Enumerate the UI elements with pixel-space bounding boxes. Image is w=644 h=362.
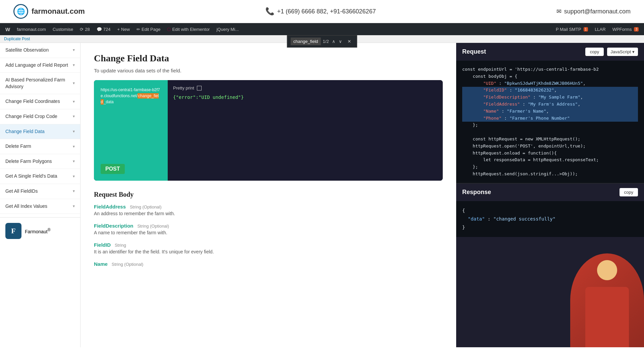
llar-item[interactable]: LLAR xyxy=(592,23,608,35)
updates-item[interactable]: ⟳ 28 xyxy=(77,23,92,35)
llar-label: LLAR xyxy=(595,27,606,32)
search-term: change_field xyxy=(291,38,321,45)
param-type-fielddescription: String (Optional) xyxy=(137,224,169,229)
search-counter: 1/2 xyxy=(323,39,329,44)
chevron-icon-get-all-fieldids: ▾ xyxy=(73,188,75,194)
pretty-print-checkbox[interactable] xyxy=(197,86,202,90)
wpforms-item[interactable]: WPForms 3 xyxy=(610,23,641,35)
chevron-icon-get-single-field: ▾ xyxy=(73,174,75,179)
sidebar-item-delete-farm[interactable]: Delete Farm ▾ xyxy=(0,139,80,154)
request-copy-button[interactable]: copy xyxy=(585,48,604,56)
logo-f-letter: F xyxy=(11,227,15,235)
comments-count: 724 xyxy=(103,27,111,32)
pmail-item[interactable]: P Mail SMTP 1 xyxy=(553,23,591,35)
sidebar: Satellite Observation ▾ Add Language of … xyxy=(0,43,80,347)
sidebar-item-change-crop[interactable]: Change Field Crop Code ▾ xyxy=(0,109,80,124)
sidebar-item-ai-advisory[interactable]: AI Based Personalized Farm Advisory ▾ xyxy=(0,73,80,94)
wp-logo-item[interactable]: W xyxy=(3,23,13,35)
new-label: New xyxy=(121,27,130,32)
api-demo-left: https://us-central1-farmbase-b2f7e.cloud… xyxy=(94,80,168,181)
main-layout: Satellite Observation ▾ Add Language of … xyxy=(0,43,644,347)
sidebar-label-delete-polygons: Delete Farm Polygons xyxy=(5,158,52,165)
jquery-label: jQuery Mi... xyxy=(216,27,238,32)
sidebar-item-get-all-index[interactable]: Get All Index Values ▾ xyxy=(0,199,80,214)
code-line-16: httpRequest.send(json.stringif...>Obj)); xyxy=(462,171,638,178)
api-demo-right: Pretty print {"error":"UID undefined"} xyxy=(168,80,443,181)
prev-arrow[interactable]: ∧ xyxy=(331,38,337,45)
customise-label: Customise xyxy=(53,27,73,32)
language-select[interactable]: JavaScript ▾ xyxy=(607,48,638,56)
sidebar-item-get-all-fieldids[interactable]: Get All FieldIDs ▾ xyxy=(0,184,80,199)
sidebar-label-delete-farm: Delete Farm xyxy=(5,143,31,150)
sidebar-label-satellite: Satellite Observation xyxy=(5,47,49,54)
edit-page-label: Edit Page xyxy=(142,27,160,32)
chevron-icon-satellite: ▾ xyxy=(73,47,75,53)
request-panel-title: Request xyxy=(462,48,486,55)
param-field-id: FieldID String It is an identifier for t… xyxy=(94,242,443,254)
site-brand: farmonaut.com xyxy=(32,7,85,16)
response-section: Response copy { "data" : "changed succes… xyxy=(456,183,644,237)
param-field-description: FieldDescription String (Optional) A nam… xyxy=(94,223,443,235)
elementor-label: Edit with Elementor xyxy=(172,27,210,32)
sidebar-item-satellite[interactable]: Satellite Observation ▾ xyxy=(0,43,80,58)
sidebar-label-get-single-field: Get A Single Field's Data xyxy=(5,173,57,180)
mail-icon: ✉ xyxy=(556,8,561,15)
wp-icon: W xyxy=(5,26,10,32)
jquery-item[interactable]: jQuery Mi... xyxy=(214,23,241,35)
chevron-icon-get-all-index: ▾ xyxy=(73,203,75,209)
param-type-name: String (Optional) xyxy=(112,262,144,267)
chevron-icon-add-language: ▾ xyxy=(73,62,75,68)
chevron-icon-change-field-data: ▾ xyxy=(73,129,75,134)
api-url-part2: _data xyxy=(104,100,114,104)
code-line-9: }; xyxy=(462,122,638,129)
code-line-1: const endpointUrl = 'https://us-central1… xyxy=(462,66,638,73)
response-panel-header: Response copy xyxy=(456,183,644,201)
elementor-icon: ⬡ xyxy=(167,27,171,32)
code-line-12: httpRequest.open('POST', endpointUrl,tru… xyxy=(462,143,638,150)
sidebar-item-change-field-data[interactable]: Change Field Data ▾ xyxy=(0,124,80,139)
search-nav-arrows: ∧ ∨ xyxy=(331,38,343,45)
sidebar-item-change-coords[interactable]: Change Field Coordinates ▾ xyxy=(0,94,80,109)
sidebar-label-add-language: Add Language of Field Report xyxy=(5,62,68,69)
chevron-icon-change-coords: ▾ xyxy=(73,99,75,105)
code-line-14: let responseData = httpRequest.responseT… xyxy=(462,157,638,164)
param-name-fieldaddress: FieldAddress xyxy=(94,204,126,209)
comments-icon: 💬 xyxy=(97,27,102,32)
next-arrow[interactable]: ∨ xyxy=(337,38,343,45)
chevron-icon-change-crop: ▾ xyxy=(73,114,75,119)
new-icon: + xyxy=(117,27,120,32)
request-header-right: copy JavaScript ▾ xyxy=(585,48,638,56)
updates-count: 28 xyxy=(85,27,90,32)
sidebar-logo: F Farmonaut® xyxy=(0,217,80,244)
sidebar-item-delete-polygons[interactable]: Delete Farm Polygons ▾ xyxy=(0,154,80,169)
edit-elementor-item[interactable]: ⬡ Edit with Elementor xyxy=(164,23,212,35)
edit-page-item[interactable]: ✏ Edit Page xyxy=(134,23,163,35)
response-header-right: copy xyxy=(620,188,638,196)
response-copy-button[interactable]: copy xyxy=(620,188,638,196)
customise-item[interactable]: Customise xyxy=(50,23,76,35)
response-json-block: { "data" : "changed successfully" } xyxy=(456,201,644,237)
pmail-label: P Mail SMTP xyxy=(556,27,581,32)
sidebar-label-get-all-fieldids: Get All FieldIDs xyxy=(5,188,38,195)
comments-item[interactable]: 💬 724 xyxy=(94,23,113,35)
duplicate-post-link[interactable]: Duplicate Post xyxy=(4,37,30,41)
code-line-7: "Name" : "Farmer's Name", xyxy=(462,108,638,115)
brand: 🌐 farmonaut.com xyxy=(13,4,85,19)
api-demo-box: https://us-central1-farmbase-b2f7e.cloud… xyxy=(94,80,443,181)
sidebar-item-get-single-field[interactable]: Get A Single Field's Data ▾ xyxy=(0,169,80,184)
param-field-address: FieldAddress String (Optional) An addres… xyxy=(94,204,443,216)
content-area: Change Field Data To update various data… xyxy=(80,43,456,347)
code-line-11: const httpRequest = new XMLHttpRequest()… xyxy=(462,136,638,143)
new-item[interactable]: + New xyxy=(114,23,132,35)
param-name-fieldid: FieldID xyxy=(94,242,111,248)
pmail-count: 1 xyxy=(584,27,588,32)
sidebar-item-add-language[interactable]: Add Language of Field Report ▾ xyxy=(0,58,80,73)
site-name-item[interactable]: farmonaut.com xyxy=(14,23,49,35)
top-header: 🌐 farmonaut.com 📞 +1 (669) 6666 882, +91… xyxy=(0,0,644,23)
sidebar-label-ai-advisory: AI Based Personalized Farm Advisory xyxy=(5,77,73,90)
logo-company-name: Farmonaut xyxy=(25,229,48,234)
sidebar-label-change-crop: Change Field Crop Code xyxy=(5,113,57,120)
page-title: Change Field Data xyxy=(94,53,443,64)
code-line-8: "Phone" : "Farmer's Phone Number" xyxy=(462,115,638,122)
search-close-btn[interactable]: ✕ xyxy=(345,38,353,45)
